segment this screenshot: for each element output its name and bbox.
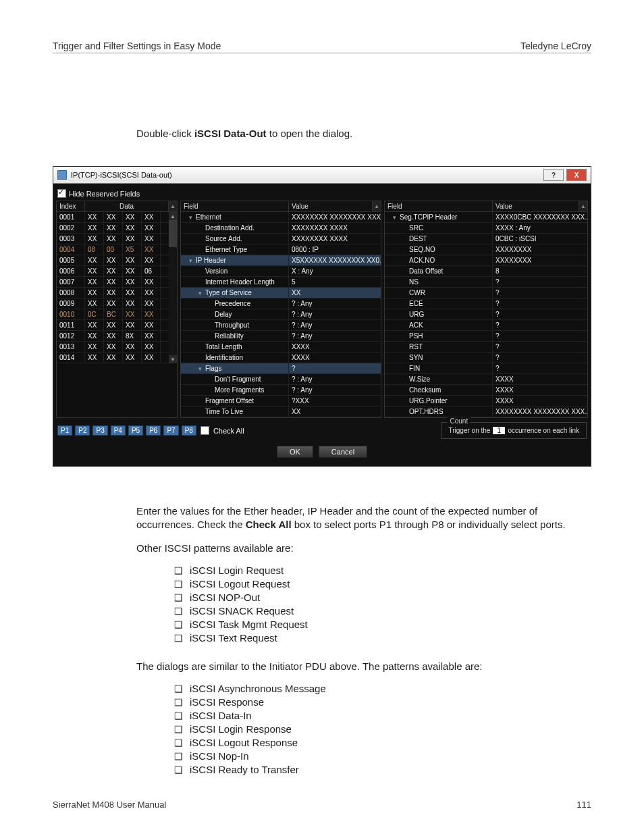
- tree-row[interactable]: URG.PointerXXXX: [385, 396, 588, 407]
- data-row[interactable]: 0007XXXXXXXX: [57, 277, 169, 288]
- tree-row[interactable]: More Fragments? : Any: [181, 385, 381, 396]
- caret-icon[interactable]: ▾: [189, 257, 196, 264]
- data-row[interactable]: 0009XXXXXXXX: [57, 298, 169, 309]
- tree-row[interactable]: W.SizeXXXX: [385, 374, 588, 385]
- tree-row[interactable]: ▾Flags?: [181, 363, 381, 374]
- tree-row[interactable]: ▾IP HeaderX5XXXXXX XXXXXXXX XX0…: [181, 255, 381, 266]
- cancel-button[interactable]: Cancel: [319, 446, 367, 458]
- list-item: iSCSI Login Request: [174, 565, 591, 576]
- tree-row[interactable]: Delay? : Any: [181, 309, 381, 320]
- list-item: iSCSI Text Request: [174, 632, 591, 644]
- list-item: iSCSI NOP-Out: [174, 592, 591, 603]
- tree-row[interactable]: OPT.HDRSXXXXXXXX XXXXXXXX XXX…: [385, 407, 588, 417]
- col-field-mid[interactable]: Field: [181, 201, 289, 211]
- data-row[interactable]: 0003XXXXXXXX: [57, 234, 169, 244]
- tree-row[interactable]: ▾Seg.TCPIP HeaderXXXX0CBC XXXXXXXX XXX…: [385, 212, 588, 223]
- tree-row[interactable]: PSH?: [385, 331, 588, 342]
- tree-row[interactable]: VersionX : Any: [181, 266, 381, 277]
- tree-row[interactable]: Time To LiveXX: [181, 407, 381, 417]
- tree-row[interactable]: Source Add.XXXXXXXX XXXX: [181, 234, 381, 244]
- tree-row[interactable]: Ethernet Type0800 : IP: [181, 244, 381, 255]
- caret-icon[interactable]: ▾: [198, 365, 205, 372]
- tree-row[interactable]: SEQ.NOXXXXXXXX: [385, 244, 588, 255]
- data-row[interactable]: 0012XXXX8XXX: [57, 331, 169, 342]
- list-item: iSCSI Data-In: [174, 710, 591, 721]
- port-button[interactable]: P6: [146, 425, 161, 436]
- port-button[interactable]: P5: [128, 425, 143, 436]
- port-button[interactable]: P2: [75, 425, 90, 436]
- tree-row[interactable]: ChecksumXXXX: [385, 385, 588, 396]
- tree-row[interactable]: Destination Add.XXXXXXXX XXXX: [181, 223, 381, 234]
- data-row[interactable]: 0008XXXXXXXX: [57, 288, 169, 298]
- tree-row[interactable]: ECE?: [385, 298, 588, 309]
- port-button[interactable]: P3: [92, 425, 107, 436]
- port-button[interactable]: P4: [111, 425, 126, 436]
- tree-row[interactable]: RST?: [385, 342, 588, 353]
- tree-row[interactable]: Throughput? : Any: [181, 320, 381, 331]
- scroll-down-btn[interactable]: ▼: [169, 355, 177, 363]
- tree-row[interactable]: Fragment Offset?XXX: [181, 396, 381, 407]
- tree-row[interactable]: DEST0CBC : iSCSI: [385, 234, 588, 244]
- port-button[interactable]: P8: [182, 425, 196, 436]
- tree-row[interactable]: SRCXXXX : Any: [385, 223, 588, 234]
- tree-row[interactable]: FIN?: [385, 363, 588, 374]
- tree-row[interactable]: IdentificationXXXX: [181, 353, 381, 363]
- list-item: iSCSI Login Response: [174, 723, 591, 735]
- port-button[interactable]: P7: [163, 425, 178, 436]
- tree-row[interactable]: Internet Header Length5: [181, 277, 381, 288]
- close-button[interactable]: X: [566, 169, 587, 181]
- port-button[interactable]: P1: [57, 425, 72, 436]
- tree-row[interactable]: Precedence? : Any: [181, 298, 381, 309]
- count-group: Trigger on the 1 occurrence on each link: [441, 422, 587, 439]
- tree-row[interactable]: URG?: [385, 309, 588, 320]
- data-row[interactable]: 0001XXXXXXXX: [57, 212, 169, 223]
- footer-left: SierraNet M408 User Manual: [53, 800, 166, 810]
- trigger-suffix: occurrence on each link: [508, 427, 579, 434]
- paragraph-2: Other ISCSI patterns available are:: [136, 542, 591, 555]
- tree-row[interactable]: ACK?: [385, 320, 588, 331]
- data-row[interactable]: 0002XXXXXXXX: [57, 223, 169, 234]
- col-index[interactable]: Index: [57, 201, 85, 211]
- data-row[interactable]: 0005XXXXXXXX: [57, 255, 169, 266]
- col-value-mid[interactable]: Value: [289, 201, 373, 211]
- caret-icon[interactable]: ▾: [393, 214, 400, 221]
- caret-icon[interactable]: ▾: [189, 214, 196, 221]
- data-row[interactable]: 00100CBCXXXX: [57, 309, 169, 320]
- tree-row[interactable]: ▾EthernetXXXXXXXX XXXXXXXX XXX…: [181, 212, 381, 223]
- hide-reserved-row[interactable]: Hide Reserved Fields: [56, 186, 588, 201]
- data-row[interactable]: 0011XXXXXXXX: [57, 320, 169, 331]
- scroll-up-icon[interactable]: ▲: [579, 201, 587, 211]
- tree-row[interactable]: CWR?: [385, 288, 588, 298]
- scroll-up-btn[interactable]: ▲: [169, 212, 177, 220]
- titlebar[interactable]: IP(TCP)-iSCSI(SCSI Data-out) ? X: [53, 167, 591, 184]
- col-value-right[interactable]: Value: [493, 201, 579, 211]
- tree-row[interactable]: NS?: [385, 277, 588, 288]
- caret-icon[interactable]: ▾: [198, 290, 205, 296]
- window-icon: [57, 170, 67, 180]
- header-left: Trigger and Filter Settings in Easy Mode: [53, 41, 221, 51]
- tree-row[interactable]: Total LengthXXXX: [181, 342, 381, 353]
- scroll-up-icon[interactable]: ▲: [169, 201, 177, 211]
- col-field-right[interactable]: Field: [385, 201, 493, 211]
- data-row[interactable]: 0013XXXXXXXX: [57, 342, 169, 353]
- tree-row[interactable]: ACK.NOXXXXXXXX: [385, 255, 588, 266]
- data-row[interactable]: 0006XXXXXX06: [57, 266, 169, 277]
- left-scrollbar[interactable]: ▲ ▼: [169, 212, 177, 363]
- col-data[interactable]: Data: [85, 201, 169, 211]
- occurrence-input[interactable]: 1: [493, 427, 505, 434]
- tree-row[interactable]: SYN?: [385, 353, 588, 363]
- hide-reserved-checkbox[interactable]: [57, 189, 66, 198]
- tree-row[interactable]: ▾Type of ServiceXX: [181, 288, 381, 298]
- check-all-checkbox[interactable]: [200, 426, 209, 435]
- tree-row[interactable]: Don't Fragment? : Any: [181, 374, 381, 385]
- data-row[interactable]: 00040800X5XX: [57, 244, 169, 255]
- tree-row[interactable]: Reliability? : Any: [181, 331, 381, 342]
- scroll-up-icon[interactable]: ▲: [373, 201, 381, 211]
- instr-bold: iSCSI Data-Out: [194, 128, 267, 139]
- instr-prefix: Double-click: [136, 128, 194, 139]
- ok-button[interactable]: OK: [277, 446, 313, 458]
- list-item: iSCSI Nop-In: [174, 750, 591, 762]
- tree-row[interactable]: Data Offset8: [385, 266, 588, 277]
- data-row[interactable]: 0014XXXXXXXX: [57, 353, 169, 363]
- help-button[interactable]: ?: [543, 169, 564, 181]
